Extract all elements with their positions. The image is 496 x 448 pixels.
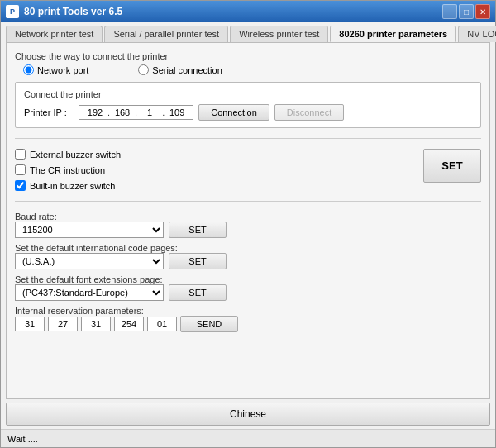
- checkboxes-set-button[interactable]: SET: [423, 149, 481, 183]
- close-button[interactable]: ✕: [475, 4, 490, 19]
- radio-network[interactable]: Network port: [23, 64, 88, 75]
- status-bar: Wait ....: [1, 429, 495, 447]
- checkboxes-set-row: External buzzer switch The CR instructio…: [15, 149, 481, 191]
- font-ext-set-button[interactable]: SET: [169, 284, 227, 301]
- send-button[interactable]: SEND: [180, 316, 238, 332]
- baud-rate-row: Baud rate: 9600 19200 38400 57600 115200…: [15, 212, 481, 238]
- chinese-button-row: Chinese: [6, 403, 490, 426]
- ip-field-4[interactable]: [165, 107, 189, 117]
- tab-panel-params: Choose the way to connect the printer Ne…: [6, 42, 490, 399]
- font-ext-select[interactable]: (PC437:Standard-Europe) (PC850) (PC858): [15, 284, 164, 301]
- connect-printer-section: Connect the printer Printer IP : . . . C…: [15, 82, 481, 128]
- tab-network[interactable]: Network printer test: [6, 26, 103, 42]
- code-page-row: Set the default international code pages…: [15, 243, 481, 269]
- checkbox-builtin[interactable]: Built-in buzzer switch: [15, 180, 121, 191]
- font-ext-row: Set the default font extensions page: (P…: [15, 274, 481, 301]
- connect-way-section: Choose the way to connect the printer Ne…: [15, 51, 481, 75]
- ip-field-1[interactable]: [83, 107, 107, 117]
- tab-wireless[interactable]: Wireless printer test: [230, 26, 328, 42]
- maximize-button[interactable]: □: [459, 4, 474, 19]
- checkbox-cr[interactable]: The CR instruction: [15, 164, 121, 175]
- radio-group: Network port Serial connection: [23, 64, 481, 75]
- code-page-select[interactable]: (U.S.A.) (Europe) (Asia): [15, 253, 164, 269]
- baud-rate-inline: 9600 19200 38400 57600 115200 SET: [15, 222, 481, 238]
- tab-serial[interactable]: Serial / parallel printer test: [104, 26, 228, 42]
- ip-input-group: . . .: [79, 105, 193, 120]
- internal-row: Internal reservation parameters: SEND: [15, 306, 481, 332]
- chinese-button[interactable]: Chinese: [6, 403, 490, 426]
- ip-field-2[interactable]: [110, 107, 135, 117]
- internal-field-2[interactable]: [48, 317, 78, 331]
- connect-way-label: Choose the way to connect the printer: [15, 51, 481, 61]
- baud-rate-select[interactable]: 9600 19200 38400 57600 115200: [15, 222, 164, 238]
- app-icon: P: [6, 5, 19, 18]
- connect-printer-label: Connect the printer: [24, 89, 472, 99]
- status-text: Wait ....: [7, 434, 38, 444]
- checkbox-buzzer[interactable]: External buzzer switch: [15, 149, 121, 160]
- internal-field-5[interactable]: [147, 317, 177, 331]
- code-page-label: Set the default international code pages…: [15, 243, 481, 253]
- set-button-col: SET: [423, 149, 481, 183]
- printer-connect-row: Printer IP : . . . Connection Disconnect: [24, 104, 472, 121]
- divider-1: [15, 138, 481, 139]
- baud-rate-set-button[interactable]: SET: [169, 222, 227, 238]
- window-title: 80 print Tools ver 6.5: [24, 6, 442, 17]
- internal-field-4[interactable]: [114, 317, 144, 331]
- minimize-button[interactable]: −: [442, 4, 457, 19]
- tab-params[interactable]: 80260 printer parameters: [330, 26, 456, 42]
- tab-nvlogo[interactable]: NV LOGO: [458, 26, 496, 42]
- window-controls: − □ ✕: [442, 4, 490, 19]
- checkboxes-column: External buzzer switch The CR instructio…: [15, 149, 121, 191]
- printer-ip-label: Printer IP :: [24, 107, 74, 117]
- code-page-inline: (U.S.A.) (Europe) (Asia) SET: [15, 253, 481, 269]
- window-content: Network printer test Serial / parallel p…: [1, 22, 495, 429]
- internal-inline: SEND: [15, 316, 481, 332]
- code-page-set-button[interactable]: SET: [169, 253, 227, 269]
- font-ext-inline: (PC437:Standard-Europe) (PC850) (PC858) …: [15, 284, 481, 301]
- main-window: P 80 print Tools ver 6.5 − □ ✕ Network p…: [0, 0, 496, 448]
- baud-rate-label: Baud rate:: [15, 212, 481, 222]
- settings-rows: Baud rate: 9600 19200 38400 57600 115200…: [15, 212, 481, 332]
- connection-button[interactable]: Connection: [198, 104, 269, 121]
- disconnect-button[interactable]: Disconnect: [274, 104, 344, 121]
- font-ext-label: Set the default font extensions page:: [15, 274, 481, 284]
- divider-2: [15, 201, 481, 202]
- ip-field-3[interactable]: [137, 107, 162, 117]
- title-bar: P 80 print Tools ver 6.5 − □ ✕: [1, 1, 495, 22]
- internal-label: Internal reservation parameters:: [15, 306, 481, 316]
- radio-serial[interactable]: Serial connection: [138, 64, 222, 75]
- tab-bar: Network printer test Serial / parallel p…: [6, 26, 490, 42]
- internal-field-3[interactable]: [81, 317, 111, 331]
- internal-field-1[interactable]: [15, 317, 45, 331]
